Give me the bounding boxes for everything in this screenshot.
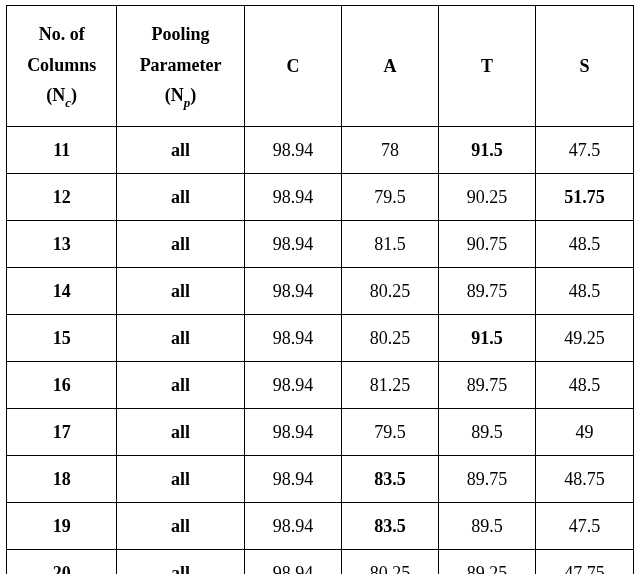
cell-t: 90.25	[438, 174, 535, 221]
cell-a: 83.5	[341, 503, 438, 550]
cell-c: 98.94	[244, 503, 341, 550]
cell-s: 49	[535, 409, 633, 456]
cell-t: 91.5	[438, 127, 535, 174]
table-row: 19all98.9483.589.547.5	[7, 503, 634, 550]
cell-nc: 17	[7, 409, 117, 456]
results-table: No. of Columns (Nc) Pooling Parameter (N…	[6, 5, 634, 574]
cell-np: all	[117, 268, 245, 315]
cell-c: 98.94	[244, 550, 341, 575]
header-np-paren-open: (N	[165, 85, 184, 105]
cell-a: 80.25	[341, 268, 438, 315]
cell-a: 81.25	[341, 362, 438, 409]
cell-np: all	[117, 456, 245, 503]
table-row: 12all98.9479.590.2551.75	[7, 174, 634, 221]
header-s: S	[535, 6, 633, 127]
header-np-sub: p	[184, 95, 191, 110]
cell-t: 89.75	[438, 362, 535, 409]
header-nc-paren-close: )	[71, 85, 77, 105]
cell-t: 89.75	[438, 268, 535, 315]
cell-np: all	[117, 174, 245, 221]
cell-c: 98.94	[244, 456, 341, 503]
header-nc-paren-open: (N	[46, 85, 65, 105]
cell-np: all	[117, 221, 245, 268]
table-row: 16all98.9481.2589.7548.5	[7, 362, 634, 409]
cell-t: 89.25	[438, 550, 535, 575]
header-nc-line1: No. of	[39, 24, 85, 44]
cell-c: 98.94	[244, 409, 341, 456]
cell-np: all	[117, 127, 245, 174]
cell-t: 89.5	[438, 409, 535, 456]
table-row: 14all98.9480.2589.7548.5	[7, 268, 634, 315]
cell-s: 51.75	[535, 174, 633, 221]
header-c: C	[244, 6, 341, 127]
cell-a: 78	[341, 127, 438, 174]
cell-c: 98.94	[244, 221, 341, 268]
cell-nc: 12	[7, 174, 117, 221]
table-row: 20all98.9480.2589.2547.75	[7, 550, 634, 575]
cell-np: all	[117, 550, 245, 575]
cell-s: 47.5	[535, 503, 633, 550]
cell-a: 81.5	[341, 221, 438, 268]
cell-nc: 14	[7, 268, 117, 315]
header-np-line2: Parameter	[140, 55, 222, 75]
table-row: 17all98.9479.589.549	[7, 409, 634, 456]
cell-nc: 16	[7, 362, 117, 409]
cell-t: 90.75	[438, 221, 535, 268]
cell-t: 91.5	[438, 315, 535, 362]
cell-np: all	[117, 409, 245, 456]
cell-nc: 19	[7, 503, 117, 550]
cell-np: all	[117, 362, 245, 409]
cell-t: 89.5	[438, 503, 535, 550]
cell-s: 49.25	[535, 315, 633, 362]
cell-c: 98.94	[244, 268, 341, 315]
table-row: 11all98.947891.547.5	[7, 127, 634, 174]
cell-np: all	[117, 315, 245, 362]
cell-s: 47.75	[535, 550, 633, 575]
header-np-paren-close: )	[190, 85, 196, 105]
cell-c: 98.94	[244, 362, 341, 409]
cell-nc: 15	[7, 315, 117, 362]
header-a: A	[341, 6, 438, 127]
table-row: 13all98.9481.590.7548.5	[7, 221, 634, 268]
cell-a: 83.5	[341, 456, 438, 503]
cell-nc: 20	[7, 550, 117, 575]
cell-s: 48.75	[535, 456, 633, 503]
cell-nc: 11	[7, 127, 117, 174]
header-nc: No. of Columns (Nc)	[7, 6, 117, 127]
page: No. of Columns (Nc) Pooling Parameter (N…	[0, 0, 640, 574]
cell-c: 98.94	[244, 315, 341, 362]
cell-s: 48.5	[535, 362, 633, 409]
cell-a: 79.5	[341, 409, 438, 456]
table-row: 15all98.9480.2591.549.25	[7, 315, 634, 362]
cell-nc: 18	[7, 456, 117, 503]
table-row: 18all98.9483.589.7548.75	[7, 456, 634, 503]
cell-a: 80.25	[341, 550, 438, 575]
cell-c: 98.94	[244, 174, 341, 221]
cell-a: 79.5	[341, 174, 438, 221]
cell-nc: 13	[7, 221, 117, 268]
cell-c: 98.94	[244, 127, 341, 174]
header-np-line1: Pooling	[152, 24, 210, 44]
header-t: T	[438, 6, 535, 127]
cell-s: 47.5	[535, 127, 633, 174]
cell-np: all	[117, 503, 245, 550]
cell-t: 89.75	[438, 456, 535, 503]
header-np: Pooling Parameter (Np)	[117, 6, 245, 127]
header-row: No. of Columns (Nc) Pooling Parameter (N…	[7, 6, 634, 127]
cell-s: 48.5	[535, 268, 633, 315]
header-nc-line2: Columns	[27, 55, 96, 75]
cell-a: 80.25	[341, 315, 438, 362]
header-nc-sub: c	[65, 95, 71, 110]
cell-s: 48.5	[535, 221, 633, 268]
